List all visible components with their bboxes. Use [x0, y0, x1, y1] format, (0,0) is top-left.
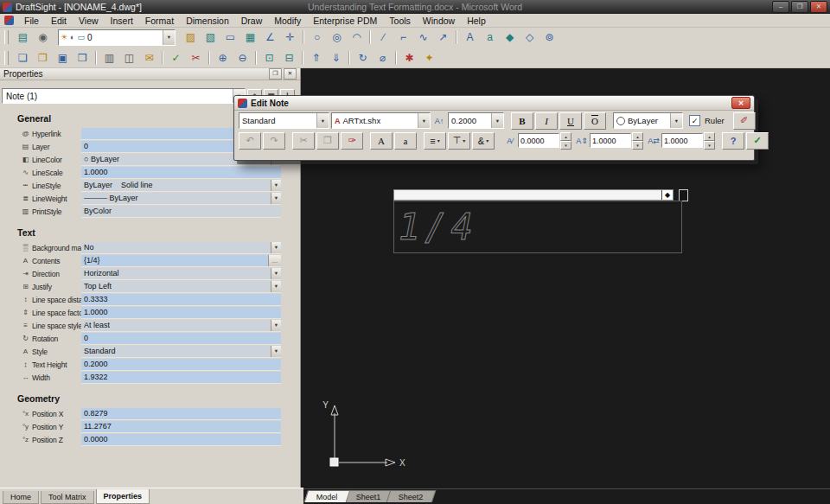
options-icon[interactable]: ✱ — [399, 48, 419, 67]
overline-button[interactable]: O — [584, 112, 606, 130]
text-color-combo[interactable]: ByLayer ▾ — [613, 112, 683, 129]
entity-snap-icon[interactable]: ⊚ — [540, 28, 559, 47]
power-trim-icon[interactable]: ✂ — [186, 48, 206, 67]
menu-item[interactable]: Help — [461, 15, 492, 27]
font-combo[interactable]: A ARTxt.shx ▾ — [331, 112, 431, 129]
zoom-in-icon[interactable]: ⊕ — [213, 48, 233, 67]
toolbar-icon[interactable] — [456, 30, 457, 44]
property-value-field[interactable]: Standard ▾ — [81, 346, 281, 358]
toolbar-icon[interactable] — [369, 30, 371, 44]
undo-button[interactable]: ↶ — [239, 132, 261, 150]
toolbar-icon[interactable] — [303, 30, 304, 44]
layer-manager-icon[interactable]: ▤ — [13, 28, 33, 47]
property-value-field[interactable]: At least ▾ — [81, 320, 281, 332]
property-value-field[interactable]: 0.0000 — [81, 434, 281, 446]
italic-button[interactable]: I — [535, 112, 558, 130]
help-icon[interactable]: ✦ — [419, 48, 439, 67]
arc-icon[interactable]: ◠ — [347, 28, 367, 47]
sheet-tab[interactable]: Sheet2 — [386, 490, 436, 502]
toolbar-grip[interactable] — [4, 51, 9, 65]
insert-block-icon[interactable]: ⊡ — [259, 48, 279, 67]
menu-item[interactable]: Insert — [105, 15, 139, 27]
menu-item[interactable]: Draw — [235, 15, 269, 27]
dropdown-arrow[interactable]: ▾ — [271, 242, 281, 253]
toolbar-icon[interactable] — [255, 51, 257, 65]
property-value-field[interactable]: 1.0000 — [81, 167, 281, 179]
toolbar-icon[interactable] — [348, 51, 350, 65]
dropdown-arrow[interactable]: ▾ — [271, 193, 281, 204]
copy-button[interactable]: ❐ — [316, 132, 339, 150]
property-value-field[interactable]: ——— ByLayer ▾ — [81, 193, 281, 205]
background-mask-button[interactable]: ✐ — [733, 112, 756, 130]
new-icon[interactable]: ❏ — [13, 48, 33, 67]
chevron-down-icon[interactable]: ▾ — [163, 30, 175, 45]
zoom-out-icon[interactable]: ⊖ — [233, 48, 252, 67]
panel-tab[interactable]: Tool Matrix — [41, 491, 94, 504]
sheet-tab[interactable]: Sheet1 — [343, 490, 393, 502]
line-color-icon[interactable]: ◉ — [33, 28, 53, 47]
property-value-field[interactable]: 0 — [81, 333, 281, 345]
angle-icon[interactable]: ∠ — [260, 28, 280, 47]
make-block-icon[interactable]: ◆ — [500, 28, 520, 47]
dropdown-arrow[interactable]: … — [268, 255, 281, 266]
table-icon[interactable]: ▦ — [240, 28, 260, 47]
insert-symbol-dropdown[interactable]: & ▾ — [472, 132, 495, 150]
dialog-close-button[interactable]: ✕ — [731, 97, 750, 109]
menu-item[interactable]: View — [73, 15, 105, 27]
dropdown-arrow[interactable]: ▾ — [271, 320, 281, 331]
dropdown-arrow[interactable]: ▾ — [271, 346, 281, 357]
property-value-field[interactable]: 0.8279 — [81, 408, 281, 420]
chevron-down-icon[interactable]: ▾ — [491, 113, 503, 128]
note-icon[interactable]: A — [460, 28, 480, 47]
chevron-down-icon[interactable]: ▾ — [418, 113, 430, 128]
panel-tab[interactable]: Properties — [96, 489, 150, 504]
rotate-icon[interactable]: ↻ — [353, 48, 373, 67]
move-up-icon[interactable]: ⇑ — [306, 48, 326, 67]
insert-field-dropdown[interactable]: ⊤ ▾ — [448, 132, 470, 150]
dropdown-arrow[interactable]: ▾ — [271, 180, 281, 191]
print-icon[interactable]: ▥ — [99, 48, 119, 67]
spell-check-icon[interactable]: ✓ — [166, 48, 186, 67]
layer-combo[interactable]: ☀◐▭ 0 ▾ — [58, 29, 176, 46]
property-value-field[interactable]: ByColor — [81, 206, 281, 218]
help-button[interactable]: ? — [722, 132, 744, 150]
publish-icon[interactable]: ✉ — [139, 48, 159, 67]
toolbar-icon[interactable] — [162, 51, 163, 65]
polyline-icon[interactable]: ⌐ — [393, 28, 413, 47]
minimize-button[interactable]: – — [772, 1, 789, 13]
spline-icon[interactable]: ∿ — [413, 28, 433, 47]
mtext-edit-box[interactable]: 1/4 — [393, 201, 682, 253]
property-value-field[interactable]: 11.2767 — [81, 421, 281, 433]
chevron-down-icon[interactable]: ▾ — [670, 113, 682, 128]
line-icon[interactable]: ∕ — [374, 28, 393, 47]
property-value-field[interactable]: ByLayer Solid line ▾ — [81, 180, 281, 192]
mtext-ruler[interactable]: ◆ — [393, 189, 674, 201]
toolbar-grip[interactable] — [4, 30, 9, 44]
rectangle-icon[interactable]: ▭ — [220, 28, 240, 47]
menu-item[interactable]: Enterprise PDM — [307, 15, 383, 27]
point-icon[interactable]: ✛ — [280, 28, 300, 47]
uppercase-button[interactable]: A — [370, 132, 393, 150]
pin-button[interactable]: ❐ — [269, 68, 282, 80]
menu-item[interactable]: Edit — [45, 15, 73, 27]
paste-button[interactable]: ✑ — [341, 132, 363, 150]
dialog-titlebar[interactable]: Edit Note ✕ — [234, 96, 754, 111]
boundary-icon[interactable]: ▧ — [201, 28, 220, 47]
ruler-checkbox[interactable]: ✓ — [689, 115, 700, 126]
property-value-field[interactable]: 1.9322 — [81, 372, 281, 384]
ok-button[interactable]: ✓ — [746, 132, 769, 150]
property-value-field[interactable]: 0.3333 — [81, 294, 281, 306]
width-factor-input[interactable]: 1.0000 — [661, 133, 703, 148]
underline-button[interactable]: U — [559, 112, 582, 130]
move-down-icon[interactable]: ⇓ — [326, 48, 346, 67]
toolbar-icon[interactable] — [95, 51, 97, 65]
dropdown-arrow[interactable]: ▾ — [271, 268, 281, 279]
oblique-angle-stepper[interactable]: ▴▾ — [560, 132, 571, 150]
property-value-field[interactable]: Top Left ▾ — [81, 281, 281, 293]
save-all-icon[interactable]: ❒ — [73, 48, 93, 67]
leader-icon[interactable]: ↗ — [433, 28, 453, 47]
chevron-down-icon[interactable]: ▾ — [316, 113, 329, 128]
property-value-field[interactable]: {1/4} … — [81, 255, 281, 267]
menu-item[interactable]: File — [18, 15, 45, 27]
restore-button[interactable]: ❐ — [791, 1, 808, 13]
